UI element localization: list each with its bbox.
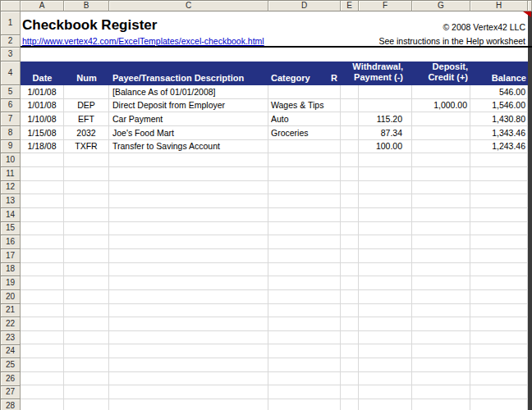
cell-B6[interactable]: DEP bbox=[64, 99, 109, 112]
row-header-25[interactable]: 25 bbox=[0, 358, 21, 372]
cell-F13[interactable] bbox=[359, 194, 412, 207]
cell-F5[interactable] bbox=[359, 85, 412, 98]
cell-B16[interactable] bbox=[64, 235, 109, 248]
header-balance[interactable]: Balance bbox=[492, 73, 526, 83]
cell-H8[interactable]: 1,343.46 bbox=[470, 126, 528, 139]
template-link[interactable]: http://www.vertex42.com/ExcelTemplates/e… bbox=[22, 36, 264, 46]
cell-G16[interactable] bbox=[412, 235, 470, 248]
row-header-11[interactable]: 11 bbox=[0, 167, 21, 181]
cell-D26[interactable] bbox=[268, 372, 341, 385]
cell-E16[interactable] bbox=[341, 235, 359, 248]
cell-A13[interactable] bbox=[21, 194, 64, 207]
cell-E26[interactable] bbox=[341, 372, 359, 385]
cell-A8[interactable]: 1/15/08 bbox=[21, 126, 64, 139]
cell-E21[interactable] bbox=[341, 304, 359, 317]
cell-H9[interactable]: 1,243.46 bbox=[470, 140, 528, 153]
cell-G5[interactable] bbox=[412, 85, 470, 98]
row-header-9[interactable]: 9 bbox=[0, 140, 21, 154]
cell-E12[interactable] bbox=[341, 181, 359, 194]
cell-F28[interactable] bbox=[359, 399, 412, 410]
cell-A6[interactable]: 1/01/08 bbox=[21, 99, 64, 112]
cell-B14[interactable] bbox=[64, 208, 109, 221]
cell-C14[interactable] bbox=[109, 208, 268, 221]
cell-D17[interactable] bbox=[268, 249, 341, 262]
row-header-1[interactable]: 1 bbox=[0, 11, 21, 35]
cell-F17[interactable] bbox=[359, 249, 412, 262]
cell-H26[interactable] bbox=[470, 372, 528, 385]
header-deposit[interactable]: Deposit, Credit (+) bbox=[428, 61, 468, 83]
row-header-7[interactable]: 7 bbox=[0, 112, 21, 126]
cell-C8[interactable]: Joe's Food Mart bbox=[109, 126, 268, 139]
cell-B15[interactable] bbox=[64, 222, 109, 235]
cell-H28[interactable] bbox=[470, 399, 528, 410]
cell-H23[interactable] bbox=[470, 331, 528, 344]
cell-F15[interactable] bbox=[359, 222, 412, 235]
cell-G17[interactable] bbox=[412, 249, 470, 262]
column-header-F[interactable]: F bbox=[359, 0, 412, 11]
cell-B25[interactable] bbox=[64, 358, 109, 371]
cell-E15[interactable] bbox=[341, 222, 359, 235]
cell-F25[interactable] bbox=[359, 358, 412, 371]
cell-B27[interactable] bbox=[64, 385, 109, 399]
cell-G13[interactable] bbox=[412, 194, 470, 207]
row-header-3[interactable]: 3 bbox=[0, 48, 21, 61]
cell-E5[interactable] bbox=[341, 85, 359, 98]
cell-D21[interactable] bbox=[268, 304, 341, 317]
row-header-10[interactable]: 10 bbox=[0, 153, 21, 167]
cell-H12[interactable] bbox=[470, 181, 528, 194]
cell-B24[interactable] bbox=[64, 344, 109, 358]
row-header-26[interactable]: 26 bbox=[0, 372, 21, 386]
row-header-15[interactable]: 15 bbox=[0, 222, 21, 236]
cell-F20[interactable] bbox=[359, 290, 412, 303]
column-header-H[interactable]: H bbox=[470, 0, 528, 11]
cell-F24[interactable] bbox=[359, 344, 412, 358]
cell-D8[interactable]: Groceries bbox=[268, 126, 341, 139]
cell-F8[interactable]: 87.34 bbox=[359, 126, 412, 139]
cell-D22[interactable] bbox=[268, 317, 341, 330]
cell-F14[interactable] bbox=[359, 208, 412, 221]
cell-F23[interactable] bbox=[359, 331, 412, 344]
cell-F12[interactable] bbox=[359, 181, 412, 194]
cell-G19[interactable] bbox=[412, 276, 470, 289]
row-header-28[interactable]: 28 bbox=[0, 399, 21, 410]
cell-B5[interactable] bbox=[64, 85, 109, 98]
row-header-8[interactable]: 8 bbox=[0, 126, 21, 140]
cell-D7[interactable]: Auto bbox=[268, 112, 341, 125]
row-header-17[interactable]: 17 bbox=[0, 249, 21, 263]
header-category-group[interactable]: Category R bbox=[268, 73, 341, 83]
column-header-C[interactable]: C bbox=[109, 0, 268, 11]
cell-B8[interactable]: 2032 bbox=[64, 126, 109, 139]
cell-F21[interactable] bbox=[359, 304, 412, 317]
column-header-B[interactable]: B bbox=[64, 0, 109, 11]
cell-C12[interactable] bbox=[109, 181, 268, 194]
cell-H18[interactable] bbox=[470, 263, 528, 276]
cell-C21[interactable] bbox=[109, 304, 268, 317]
cell-D28[interactable] bbox=[268, 399, 341, 410]
cell-D9[interactable] bbox=[268, 140, 341, 153]
cell-G28[interactable] bbox=[412, 399, 470, 410]
row-header-19[interactable]: 19 bbox=[0, 276, 21, 290]
cell-B28[interactable] bbox=[64, 399, 109, 410]
cell-D27[interactable] bbox=[268, 385, 341, 399]
cell-C17[interactable] bbox=[109, 249, 268, 262]
cell-E17[interactable] bbox=[341, 249, 359, 262]
cell-D18[interactable] bbox=[268, 263, 341, 276]
cell-E22[interactable] bbox=[341, 317, 359, 330]
cell-E23[interactable] bbox=[341, 331, 359, 344]
cell-F11[interactable] bbox=[359, 167, 412, 180]
cell-H16[interactable] bbox=[470, 235, 528, 248]
cell-A22[interactable] bbox=[21, 317, 64, 330]
cell-B11[interactable] bbox=[64, 167, 109, 180]
row-header-13[interactable]: 13 bbox=[0, 194, 21, 208]
cell-H14[interactable] bbox=[470, 208, 528, 221]
cell-G25[interactable] bbox=[412, 358, 470, 371]
row-header-24[interactable]: 24 bbox=[0, 345, 21, 359]
cell-B20[interactable] bbox=[64, 290, 109, 303]
cell-F16[interactable] bbox=[359, 235, 412, 248]
cell-F19[interactable] bbox=[359, 276, 412, 289]
cell-D5[interactable] bbox=[268, 85, 341, 98]
cell-G8[interactable] bbox=[412, 126, 470, 139]
cell-C26[interactable] bbox=[109, 372, 268, 385]
cell-H6[interactable]: 1,546.00 bbox=[470, 99, 528, 112]
cell-E6[interactable] bbox=[341, 99, 359, 112]
